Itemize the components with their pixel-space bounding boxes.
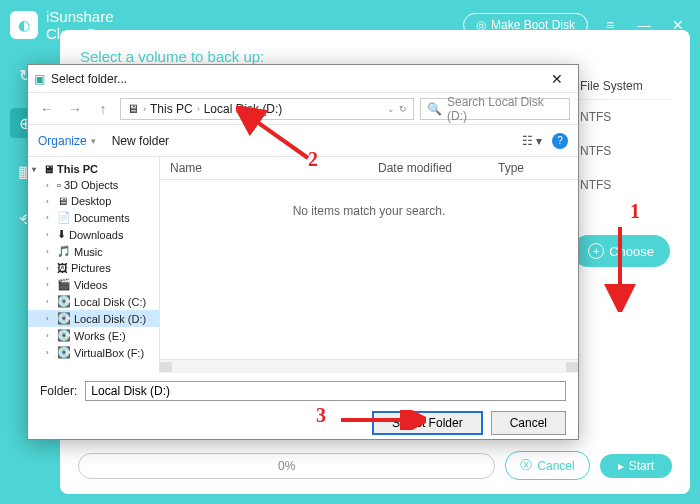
tree-item[interactable]: ›▫3D Objects — [28, 177, 159, 193]
tree-item[interactable]: ›🖥Desktop — [28, 193, 159, 209]
dialog-nav: ← → ↑ 🖥 › This PC › Local Disk (D:) ⌄ ↻ … — [28, 93, 578, 125]
crumb-pc[interactable]: This PC — [150, 102, 193, 116]
x-icon: ⓧ — [520, 457, 532, 474]
refresh-icon[interactable]: ↻ — [399, 104, 407, 114]
dialog-close-button[interactable]: ✕ — [542, 71, 572, 87]
app-name-1: iSunshare — [46, 8, 114, 25]
breadcrumb[interactable]: 🖥 › This PC › Local Disk (D:) ⌄ ↻ — [120, 98, 414, 120]
tree-item[interactable]: ›🎬Videos — [28, 276, 159, 293]
horizontal-scrollbar[interactable] — [160, 359, 578, 373]
logo-icon: ◐ — [10, 11, 38, 39]
folder-input[interactable] — [85, 381, 566, 401]
crumb-drive[interactable]: Local Disk (D:) — [204, 102, 283, 116]
pc-icon: 🖥 — [127, 102, 139, 116]
dialog-icon: ▣ — [34, 72, 45, 86]
file-list-header[interactable]: Name Date modified Type — [160, 157, 578, 180]
play-icon: ▸ — [618, 459, 624, 473]
search-input[interactable]: 🔍 Search Local Disk (D:) — [420, 98, 570, 120]
folder-label: Folder: — [40, 384, 77, 398]
tree-item[interactable]: ›🎵Music — [28, 243, 159, 260]
dialog-titlebar: ▣ Select folder... ✕ — [28, 65, 578, 93]
tree-root[interactable]: ▾🖥This PC — [28, 161, 159, 177]
view-mode-button[interactable]: ☷ ▾ — [522, 134, 542, 148]
chevron-down-icon[interactable]: ⌄ — [387, 104, 395, 114]
start-button[interactable]: ▸Start — [600, 454, 672, 478]
select-folder-button[interactable]: Select Folder — [372, 411, 483, 435]
search-icon: 🔍 — [427, 102, 442, 116]
tree-item[interactable]: ›💽Local Disk (D:) — [28, 310, 159, 327]
select-folder-dialog: ▣ Select folder... ✕ ← → ↑ 🖥 › This PC ›… — [27, 64, 579, 440]
choose-label: Choose — [609, 244, 654, 259]
help-icon[interactable]: ? — [552, 133, 568, 149]
search-placeholder: Search Local Disk (D:) — [447, 95, 563, 123]
col-fs: File System — [580, 79, 670, 93]
file-list: Name Date modified Type No items match y… — [160, 157, 578, 373]
nav-up-button[interactable]: ↑ — [92, 101, 114, 117]
bottom-bar: 0% ⓧCancel ▸Start — [78, 451, 672, 480]
tree-item[interactable]: ›💽Works (E:) — [28, 327, 159, 344]
folder-tree[interactable]: ▾🖥This PC›▫3D Objects›🖥Desktop›📄Document… — [28, 157, 160, 373]
panel-title: Select a volume to back up: — [80, 48, 670, 65]
dialog-toolbar: Organize▾ New folder ☷ ▾ ? — [28, 125, 578, 157]
choose-button[interactable]: + Choose — [572, 235, 670, 267]
organize-menu[interactable]: Organize▾ — [38, 134, 96, 148]
empty-message: No items match your search. — [160, 180, 578, 359]
col-date[interactable]: Date modified — [378, 161, 498, 175]
nav-forward-button[interactable]: → — [64, 101, 86, 117]
dialog-cancel-button[interactable]: Cancel — [491, 411, 566, 435]
dialog-footer: Folder: Select Folder Cancel — [28, 373, 578, 443]
new-folder-button[interactable]: New folder — [112, 134, 169, 148]
plus-icon: + — [588, 243, 604, 259]
tree-item[interactable]: ›💽VirtualBox (F:) — [28, 344, 159, 361]
cancel-button[interactable]: ⓧCancel — [505, 451, 589, 480]
tree-item[interactable]: ›🖼Pictures — [28, 260, 159, 276]
tree-item[interactable]: ›⬇Downloads — [28, 226, 159, 243]
tree-item[interactable]: ›💽Local Disk (C:) — [28, 293, 159, 310]
progress-bar: 0% — [78, 453, 495, 479]
col-name[interactable]: Name — [170, 161, 378, 175]
dialog-title: Select folder... — [51, 72, 127, 86]
col-type[interactable]: Type — [498, 161, 568, 175]
tree-item[interactable]: ›📄Documents — [28, 209, 159, 226]
nav-back-button[interactable]: ← — [36, 101, 58, 117]
